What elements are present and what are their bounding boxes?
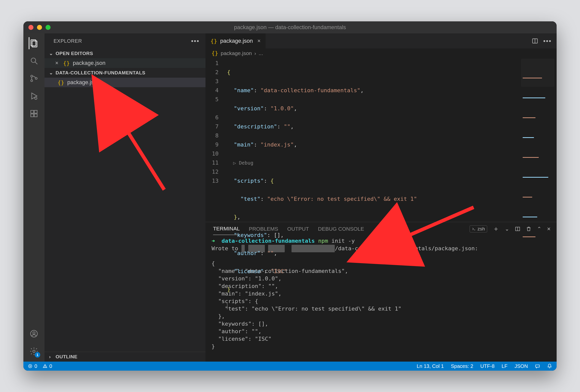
more-editor-actions-icon[interactable]: ••• xyxy=(543,37,552,45)
code-editor[interactable]: 12345 678910111213 { "name": "data-colle… xyxy=(205,58,557,222)
editor-tabs: {} package.json × ••• xyxy=(205,33,557,48)
svg-point-14 xyxy=(33,332,35,334)
explorer-sidebar: EXPLORER ••• ⌄ OPEN EDITORS × {} package… xyxy=(45,33,205,362)
run-debug-icon[interactable] xyxy=(29,91,39,101)
vscode-window: package.json — data-collection-fundament… xyxy=(23,21,557,371)
settings-gear-icon[interactable]: 1 xyxy=(29,346,39,357)
close-tab-icon[interactable]: × xyxy=(257,38,261,44)
svg-rect-9 xyxy=(31,110,33,113)
explorer-icon[interactable] xyxy=(29,38,39,48)
svg-point-6 xyxy=(35,77,37,79)
chevron-right-icon: › xyxy=(49,354,54,360)
file-tree-item[interactable]: {} package.json xyxy=(45,78,205,87)
status-indent[interactable]: Spaces: 2 xyxy=(451,363,473,369)
folder-section[interactable]: ⌄ DATA-COLLECTION-FUNDAMENTALS xyxy=(45,68,205,78)
json-file-icon: {} xyxy=(212,50,218,56)
svg-marker-7 xyxy=(32,93,37,99)
status-language[interactable]: JSON xyxy=(515,363,528,369)
settings-badge: 1 xyxy=(35,352,40,358)
status-eol[interactable]: LF xyxy=(502,363,507,369)
line-gutter: 12345 678910111213 xyxy=(205,58,223,222)
search-icon[interactable] xyxy=(29,56,39,66)
close-editor-icon[interactable]: × xyxy=(54,60,60,66)
zoom-window-button[interactable] xyxy=(46,25,51,30)
more-actions-icon[interactable]: ••• xyxy=(191,37,199,45)
window-title: package.json — data-collection-fundament… xyxy=(23,24,557,31)
file-name: package.json xyxy=(67,79,100,86)
status-bar: 0 0 Ln 13, Col 1 Spaces: 2 UTF-8 LF JSON xyxy=(23,362,557,371)
traffic-lights xyxy=(28,25,51,30)
breadcrumb[interactable]: {} package.json › ... xyxy=(205,48,557,58)
json-file-icon: {} xyxy=(211,38,217,44)
svg-line-3 xyxy=(35,62,37,64)
status-encoding[interactable]: UTF-8 xyxy=(480,363,495,369)
feedback-icon[interactable] xyxy=(535,364,540,369)
svg-point-15 xyxy=(33,350,35,353)
sidebar-title: EXPLORER xyxy=(54,38,82,44)
status-ln-col[interactable]: Ln 13, Col 1 xyxy=(417,363,444,369)
activity-bar: 1 xyxy=(23,33,45,362)
status-errors[interactable]: 0 xyxy=(28,363,37,369)
open-editor-item[interactable]: × {} package.json xyxy=(45,58,205,68)
svg-point-4 xyxy=(31,75,33,77)
svg-rect-10 xyxy=(31,114,33,117)
extensions-icon[interactable] xyxy=(29,108,39,119)
open-editors-section[interactable]: ⌄ OPEN EDITORS xyxy=(45,48,205,58)
svg-point-5 xyxy=(31,80,33,82)
chevron-down-icon: ⌄ xyxy=(49,51,54,56)
svg-point-8 xyxy=(35,97,37,100)
breadcrumb-file: package.json xyxy=(221,50,252,56)
outline-section[interactable]: › OUTLINE xyxy=(45,352,205,362)
chevron-down-icon: ⌄ xyxy=(49,70,54,76)
svg-rect-12 xyxy=(34,110,37,113)
minimize-window-button[interactable] xyxy=(37,25,42,30)
svg-point-25 xyxy=(45,367,45,367)
breadcrumb-tail: ... xyxy=(259,50,263,56)
editor-area: {} package.json × ••• {} package.json › … xyxy=(205,33,557,362)
minimap[interactable] xyxy=(521,59,554,86)
notifications-icon[interactable] xyxy=(547,364,552,369)
svg-rect-11 xyxy=(34,114,37,117)
accounts-icon[interactable] xyxy=(29,328,39,339)
titlebar: package.json — data-collection-fundament… xyxy=(23,21,557,33)
svg-point-2 xyxy=(31,58,36,63)
status-warnings[interactable]: 0 xyxy=(43,363,52,369)
tab-filename: package.json xyxy=(220,38,253,44)
open-editor-filename: package.json xyxy=(73,60,106,66)
editor-tab[interactable]: {} package.json × xyxy=(205,33,266,48)
scm-icon[interactable] xyxy=(29,73,39,84)
close-window-button[interactable] xyxy=(28,25,33,30)
json-file-icon: {} xyxy=(58,79,64,86)
split-editor-icon[interactable] xyxy=(532,38,538,44)
code-content[interactable]: { "name": "data-collection-fundamentals"… xyxy=(223,58,557,222)
sidebar-header: EXPLORER ••• xyxy=(45,33,205,48)
json-file-icon: {} xyxy=(63,60,70,66)
